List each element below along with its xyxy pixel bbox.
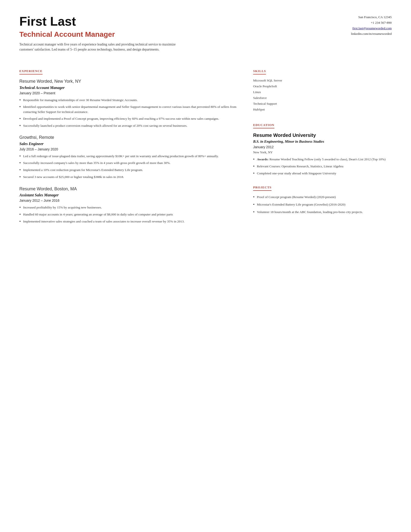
job-role-2: Sales Engineer bbox=[19, 141, 241, 147]
edu-date: January 2012 bbox=[253, 145, 392, 150]
contact-location: San Francisco, CA 12345 bbox=[329, 15, 392, 20]
candidate-name: First Last bbox=[19, 15, 329, 28]
job-role-1: Technical Account Manager bbox=[19, 85, 241, 90]
bullet-1-3: Developed and implemented a Proof of Con… bbox=[19, 116, 241, 121]
edu-bullet-1: Relevant Courses: Operations Research, S… bbox=[253, 164, 392, 169]
edu-bullet-1-text: Relevant Courses: Operations Research, S… bbox=[257, 164, 344, 169]
education-section-label: EDUCATION bbox=[253, 123, 274, 128]
job-company-suffix-3: Boston, MA bbox=[53, 186, 77, 191]
skill-0: Microsoft SQL Server bbox=[253, 78, 392, 83]
candidate-summary: Technical account manager with five year… bbox=[19, 42, 184, 52]
project-2: Volunteer 18 hours/month at the ABC foun… bbox=[253, 210, 392, 215]
skills-section-label: SKILLS bbox=[253, 69, 266, 75]
job-bullets-2: Led a full redesign of issue-plagued dat… bbox=[19, 154, 241, 180]
bullet-2-1: Led a full redesign of issue-plagued dat… bbox=[19, 154, 241, 159]
bullet-2-3: Implemented a 10% cost reduction program… bbox=[19, 168, 241, 173]
edu-degree: B.S. in Engineering, Minor in Business S… bbox=[253, 139, 392, 144]
job-company-name-2: Growthsi, bbox=[19, 135, 38, 140]
experience-section-label: EXPERIENCE bbox=[19, 69, 43, 75]
bullet-2-2: Successfully increased company's sales b… bbox=[19, 161, 241, 166]
main-content: EXPERIENCE Resume Worded, New York, NY T… bbox=[19, 62, 392, 230]
bullet-1-2: Identified opportunities to work with se… bbox=[19, 104, 241, 114]
bullet-3-1: Increased profitability by 15% by acquir… bbox=[19, 205, 241, 210]
edu-bullet-0: Awards: Resume Worded Teaching Fellow (o… bbox=[253, 157, 392, 162]
job-company-1: Resume Worded, New York, NY bbox=[19, 78, 241, 84]
left-column: EXPERIENCE Resume Worded, New York, NY T… bbox=[19, 62, 241, 230]
contact-phone: +1 234 567-890 bbox=[329, 20, 392, 26]
edu-school: Resume Worded University bbox=[253, 132, 392, 138]
job-company-suffix-1: New York, NY bbox=[53, 79, 81, 84]
job-block-3: Resume Worded, Boston, MA Assistant Sale… bbox=[19, 186, 241, 224]
edu-location: New York, NY bbox=[253, 150, 392, 155]
job-bullets-1: Responsible for managing relationships o… bbox=[19, 98, 241, 128]
job-block-2: Growthsi, Remote Sales Engineer July 201… bbox=[19, 134, 241, 180]
edu-bullets: Awards: Resume Worded Teaching Fellow (o… bbox=[253, 157, 392, 176]
bullet-3-3: Implemented innovative sales strategies … bbox=[19, 219, 241, 224]
skill-2: Linux bbox=[253, 90, 392, 95]
skill-5: HubSpot bbox=[253, 107, 392, 112]
resume-page: First Last Technical Account Manager Tec… bbox=[0, 0, 411, 532]
edu-bullet-2-text: Completed one-year study abroad with Sin… bbox=[257, 171, 336, 176]
job-dates-1: January 2020 – Present bbox=[19, 91, 241, 96]
job-dates-2: July 2016 – January 2020 bbox=[19, 147, 241, 152]
skills-list: Microsoft SQL Server Oracle PeopleSoft L… bbox=[253, 78, 392, 112]
bullet-1-1: Responsible for managing relationships o… bbox=[19, 98, 241, 103]
job-bullets-3: Increased profitability by 15% by acquir… bbox=[19, 205, 241, 224]
contact-linkedin: linkedin.com/in/resumeworded bbox=[329, 31, 392, 37]
job-company-name-3: Resume Worded, bbox=[19, 186, 53, 191]
bullet-3-2: Handled 60 major accounts in 4 years; ge… bbox=[19, 212, 241, 217]
job-company-2: Growthsi, Remote bbox=[19, 134, 241, 141]
header-right: San Francisco, CA 12345 +1 234 567-890 f… bbox=[329, 15, 392, 37]
candidate-title: Technical Account Manager bbox=[19, 29, 329, 39]
job-company-3: Resume Worded, Boston, MA bbox=[19, 186, 241, 192]
bullet-2-4: Secured 3 new accounts of $25,000 or hig… bbox=[19, 175, 241, 180]
job-company-name-1: Resume Worded, bbox=[19, 79, 53, 84]
projects-list: Proof of Concept program (Resume Worded)… bbox=[253, 195, 392, 215]
skill-3: Salesforce bbox=[253, 96, 392, 100]
bullet-1-4: Successfully launched a product conversi… bbox=[19, 123, 241, 128]
edu-bullet-2: Completed one-year study abroad with Sin… bbox=[253, 171, 392, 176]
projects-section-label: PROJECTS bbox=[253, 185, 271, 191]
job-dates-3: January 2012 – June 2016 bbox=[19, 198, 241, 203]
job-block-1: Resume Worded, New York, NY Technical Ac… bbox=[19, 78, 241, 128]
header: First Last Technical Account Manager Tec… bbox=[19, 15, 392, 52]
edu-bullet-0-text: Awards: Resume Worded Teaching Fellow (o… bbox=[257, 157, 386, 162]
skill-4: Technical Support bbox=[253, 102, 392, 106]
skill-1: Oracle PeopleSoft bbox=[253, 84, 392, 89]
project-1: Microstar's Extended Battery Life progra… bbox=[253, 202, 392, 207]
job-role-3: Assistant Sales Manager bbox=[19, 192, 241, 198]
contact-email[interactable]: first.last@resumeworded.com bbox=[353, 26, 392, 30]
project-0: Proof of Concept program (Resume Worded)… bbox=[253, 195, 392, 200]
right-column: SKILLS Microsoft SQL Server Oracle Peopl… bbox=[253, 62, 392, 230]
job-company-suffix-2: Remote bbox=[38, 135, 54, 140]
header-left: First Last Technical Account Manager Tec… bbox=[19, 15, 329, 52]
